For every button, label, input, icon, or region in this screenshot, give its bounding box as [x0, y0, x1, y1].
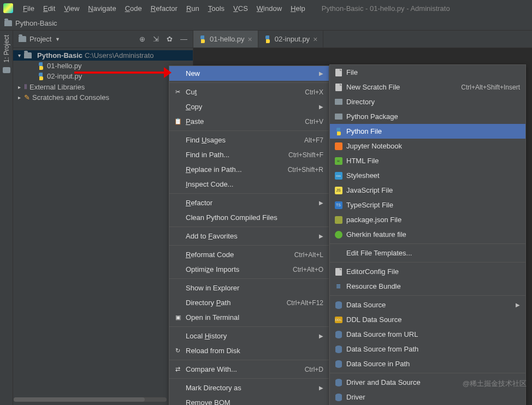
tree-file[interactable]: 01-hello.py	[13, 61, 193, 71]
menu-item-python-package[interactable]: Python Package	[330, 109, 525, 124]
js-icon: JS	[334, 186, 342, 194]
menu-run[interactable]: Run	[182, 2, 204, 15]
minimize-icon[interactable]: —	[180, 35, 187, 43]
menu-help[interactable]: Help	[286, 2, 310, 15]
gherkin-icon	[334, 230, 342, 239]
menu-code[interactable]: Code	[121, 2, 146, 15]
menu-item-javascript-file[interactable]: JSJavaScript File	[330, 183, 525, 198]
menu-window[interactable]: Window	[252, 2, 286, 15]
menu-item-package-json-file[interactable]: package.json File	[330, 212, 525, 227]
chevron-right-icon: ▶	[516, 302, 520, 308]
project-tool-tab[interactable]: 1: Project	[3, 35, 10, 63]
menu-view[interactable]: View	[60, 2, 84, 15]
menu-item-typescript-file[interactable]: TSTypeScript File	[330, 198, 525, 212]
menu-file[interactable]: File	[19, 2, 39, 15]
editor-tab[interactable]: 01-hello.py ×	[193, 31, 258, 47]
python-icon	[199, 35, 206, 43]
menu-tools[interactable]: Tools	[204, 2, 229, 15]
menu-item-local-history[interactable]: Local History▶	[169, 329, 329, 343]
menu-item-add-to-favorites[interactable]: Add to Favorites▶	[169, 229, 329, 243]
menu-item-clean-python-compiled-files[interactable]: Clean Python Compiled Files	[169, 210, 329, 225]
menu-item-reformat-code[interactable]: Reformat CodeCtrl+Alt+L	[169, 247, 329, 262]
db-icon	[334, 345, 342, 353]
tree-item-external[interactable]: ▸⫴ External Libraries	[13, 81, 193, 92]
menu-item-directory[interactable]: Directory	[330, 94, 525, 109]
menu-item-reload-from-disk[interactable]: ↻Reload from Disk	[169, 343, 329, 358]
menu-item-open-in-terminal[interactable]: ▣Open in Terminal	[169, 310, 329, 325]
tree-item-scratches[interactable]: ▸✎ Scratches and Consoles	[13, 92, 193, 103]
menu-item-paste[interactable]: 📋PasteCtrl+V	[169, 114, 329, 129]
menu-refactor[interactable]: Refactor	[146, 2, 182, 15]
menu-item-edit-file-templates-[interactable]: Edit File Templates...	[330, 246, 525, 260]
menu-item-data-source-from-path[interactable]: Data Source from Path	[330, 342, 525, 356]
editor-tabs: 01-hello.py × 02-input.py ×	[193, 31, 532, 48]
menu-item-mark-directory-as[interactable]: Mark Directory as▶	[169, 380, 329, 395]
menu-item-data-source-in-path[interactable]: Data Source in Path	[330, 356, 525, 371]
menu-item-ddl-data-source[interactable]: DDLDDL Data Source	[330, 312, 525, 327]
close-icon[interactable]: ×	[313, 35, 317, 44]
menu-item-remove-bom[interactable]: Remove BOM	[169, 395, 329, 405]
menu-item-html-file[interactable]: HHTML File	[330, 153, 525, 168]
menu-item-data-source[interactable]: Data Source▶	[330, 297, 525, 312]
folder-icon	[24, 52, 32, 58]
menu-item-find-usages[interactable]: Find UsagesAlt+F7	[169, 133, 329, 147]
context-menu-new[interactable]: FileNew Scratch FileCtrl+Alt+Shift+Inser…	[329, 64, 526, 405]
left-gutter: 1: Project	[0, 31, 13, 405]
editor-tab[interactable]: 02-input.py ×	[258, 31, 324, 47]
menu-item-new-scratch-file[interactable]: New Scratch FileCtrl+Alt+Shift+Insert	[330, 80, 525, 94]
menu-item-inspect-code-[interactable]: Inspect Code...	[169, 177, 329, 192]
expand-icon[interactable]: ⇲	[153, 35, 159, 43]
menu-item-find-in-path-[interactable]: Find in Path...Ctrl+Shift+F	[169, 147, 329, 162]
menu-vcs[interactable]: VCS	[229, 2, 252, 15]
close-icon[interactable]: ×	[248, 35, 252, 44]
py-icon	[334, 127, 342, 135]
db-icon	[334, 360, 342, 368]
menu-item-directory-path[interactable]: Directory PathCtrl+Alt+F12	[169, 295, 329, 310]
structure-icon[interactable]	[3, 67, 10, 73]
file-icon	[334, 267, 342, 276]
menu-item-optimize-imports[interactable]: Optimize ImportsCtrl+Alt+O	[169, 262, 329, 277]
menu-item-jupyter-notebook[interactable]: Jupyter Notebook	[330, 139, 525, 153]
context-menu-project[interactable]: New▶✂CutCtrl+XCopy▶📋PasteCtrl+VFind Usag…	[169, 65, 329, 405]
menu-item-data-source-from-url[interactable]: Data Source from URL	[330, 327, 525, 342]
menu-item-gherkin-feature-file[interactable]: Gherkin feature file	[330, 227, 525, 242]
menu-item-file[interactable]: File	[330, 65, 525, 80]
menu-navigate[interactable]: Navigate	[84, 2, 120, 15]
folder-icon	[19, 36, 26, 42]
python-icon	[264, 35, 271, 43]
scrollbar[interactable]	[14, 397, 167, 402]
menu-item-compare-with-[interactable]: ⇄Compare With...Ctrl+D	[169, 362, 329, 377]
menu-item-editorconfig-file[interactable]: EditorConfig File	[330, 264, 525, 279]
project-panel: Project ▼ ⊕ ⇲ ✿ — ▾ Python-Basic C:\User…	[13, 31, 193, 405]
tree-root-name: Python-Basic	[37, 51, 82, 59]
menu-item-cut[interactable]: ✂CutCtrl+X	[169, 85, 329, 99]
menu-item-refactor[interactable]: Refactor▶	[169, 195, 329, 210]
menu-edit[interactable]: Edit	[39, 2, 60, 15]
menu-item-resource-bundle[interactable]: ≣Resource Bundle	[330, 279, 525, 294]
menu-item-replace-in-path-[interactable]: Replace in Path...Ctrl+Shift+R	[169, 162, 329, 177]
menu-item-driver[interactable]: Driver	[330, 390, 525, 404]
menu-item-stylesheet[interactable]: cssStylesheet	[330, 168, 525, 183]
tree-root[interactable]: ▾ Python-Basic C:\Users\Administrato	[13, 50, 193, 61]
settings-icon[interactable]: ✿	[167, 35, 173, 43]
compare-icon: ⇄	[174, 365, 182, 373]
project-panel-header: Project ▼ ⊕ ⇲ ✿ —	[13, 31, 193, 48]
ipynb-icon	[334, 142, 342, 150]
project-selector[interactable]: Project ▼	[29, 35, 60, 43]
menu-item-show-in-explorer[interactable]: Show in Explorer	[169, 281, 329, 295]
menu-item-new[interactable]: New▶	[169, 66, 329, 81]
tree-file[interactable]: 02-input.py	[13, 71, 193, 81]
breadcrumb-root[interactable]: Python-Basic	[15, 19, 57, 27]
pycharm-icon	[3, 3, 13, 13]
menu-item-python-file[interactable]: Python File	[330, 124, 525, 139]
window-title: Python-Basic - 01-hello.py - Administrat…	[322, 4, 450, 13]
project-tree: ▾ Python-Basic C:\Users\Administrato 01-…	[13, 48, 193, 105]
chevron-right-icon: ▶	[319, 200, 323, 206]
dir-icon	[334, 112, 342, 121]
chevron-right-icon: ▶	[319, 233, 323, 239]
db-icon	[334, 330, 342, 338]
menu-item-copy[interactable]: Copy▶	[169, 99, 329, 114]
python-icon	[37, 73, 45, 80]
db-icon	[334, 378, 342, 386]
locate-icon[interactable]: ⊕	[139, 35, 145, 43]
